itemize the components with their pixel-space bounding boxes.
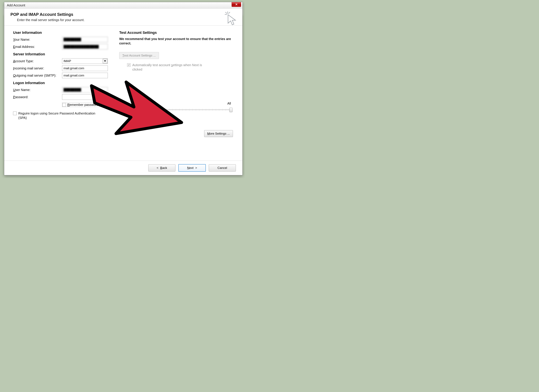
user-info-heading: User Information <box>13 30 113 35</box>
account-type-select[interactable]: IMAP <box>62 58 108 64</box>
dialog-heading: POP and IMAP Account Settings <box>10 12 238 17</box>
email-label: Email Address: <box>13 45 62 49</box>
add-account-dialog: Add Account ✕ POP and IMAP Account Setti… <box>4 2 243 175</box>
close-icon: ✕ <box>235 3 238 6</box>
your-name-label: Your Name: <box>13 38 62 42</box>
password-input[interactable] <box>62 94 108 100</box>
username-input[interactable] <box>62 87 108 93</box>
outgoing-label: Outgoing mail server (SMTP): <box>13 74 62 77</box>
dialog-body: User Information Your Name: Email Addres… <box>4 26 242 163</box>
svg-line-3 <box>228 12 230 14</box>
remember-password-checkbox[interactable] <box>63 103 66 107</box>
slider-thumb-icon[interactable] <box>229 108 233 112</box>
incoming-server-input[interactable] <box>62 66 108 71</box>
cancel-button[interactable]: Cancel <box>209 164 236 171</box>
outgoing-server-input[interactable] <box>62 73 108 78</box>
username-label: User Name: <box>13 88 62 92</box>
dialog-header: POP and IMAP Account Settings Enter the … <box>4 9 242 26</box>
dialog-footer: < Back Next > Cancel <box>4 160 242 175</box>
offline-all-label: All <box>227 102 231 105</box>
dialog-subheading: Enter the mail server settings for your … <box>17 18 238 22</box>
password-label: Password: <box>13 95 62 99</box>
test-account-settings-button[interactable]: Test Account Settings ... <box>119 52 159 59</box>
back-button[interactable]: < Back <box>148 164 175 171</box>
spa-label: Require logon using Secure Password Auth… <box>18 111 105 120</box>
titlebar: Add Account ✕ <box>4 2 242 9</box>
spa-checkbox[interactable] <box>13 111 17 115</box>
svg-line-2 <box>225 12 227 14</box>
email-input[interactable] <box>62 44 108 49</box>
more-settings-button[interactable]: More Settings ... <box>204 130 233 137</box>
test-intro: We recommend that you test your account … <box>119 37 236 46</box>
mail-offline-slider[interactable] <box>156 107 233 112</box>
auto-test-checkbox[interactable]: ✓ <box>127 63 131 67</box>
remember-password-label: Remember password <box>67 103 98 107</box>
logon-heading: Logon Information <box>13 81 113 85</box>
auto-test-label: Automatically test account settings when… <box>132 63 212 72</box>
account-type-label: Account Type: <box>13 59 62 63</box>
test-heading: Test Account Settings <box>119 30 236 35</box>
incoming-label: Incoming mail server: <box>13 67 62 70</box>
account-type-value: IMAP <box>63 59 71 63</box>
cursor-sparkle-icon <box>225 11 237 26</box>
server-info-heading: Server Information <box>13 52 113 56</box>
close-button[interactable]: ✕ <box>232 2 241 7</box>
chevron-down-icon <box>103 59 107 63</box>
next-button[interactable]: Next > <box>178 164 206 172</box>
window-title: Add Account <box>7 3 25 7</box>
your-name-input[interactable] <box>62 37 108 42</box>
remember-password-option[interactable]: Remember password <box>62 102 100 107</box>
